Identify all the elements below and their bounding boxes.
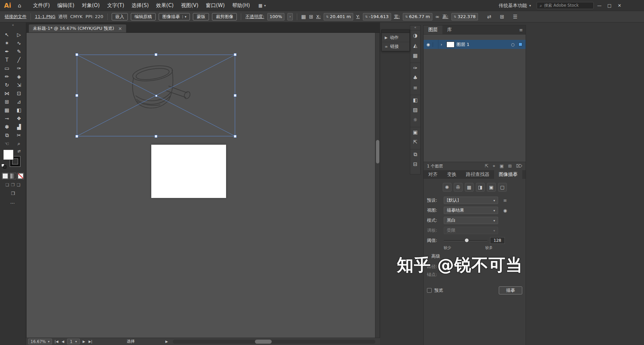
transparency-icon[interactable]: ▨	[410, 105, 420, 115]
draw-inside-icon[interactable]: ❑	[17, 183, 20, 187]
shaper-tool[interactable]: ✏	[2, 72, 12, 81]
selection-handle[interactable]	[75, 135, 78, 138]
selection-tool[interactable]: ↖	[2, 30, 12, 39]
x-field[interactable]: ⇅ 20.401 m	[324, 13, 353, 20]
swap-fill-stroke-icon[interactable]: ⇄	[17, 149, 20, 153]
collect-export-icon[interactable]: ⇱	[485, 163, 488, 169]
target-circle-icon[interactable]: ○	[511, 42, 515, 47]
tab-libraries[interactable]: 库	[442, 25, 457, 34]
width-tool[interactable]: ⋈	[2, 89, 12, 97]
preset-auto-color-icon[interactable]: ❋	[443, 183, 451, 192]
eraser-tool[interactable]: ◈	[14, 72, 24, 81]
canvas[interactable]	[26, 32, 380, 338]
gradient-icon[interactable]: ◧	[410, 95, 420, 105]
magic-wand-tool[interactable]: ✶	[2, 39, 12, 47]
stepper-icon[interactable]: ⇅	[365, 15, 368, 18]
crop-image-button[interactable]: 裁剪图像	[212, 13, 237, 20]
preset-select[interactable]: [默认] ▾	[444, 197, 498, 204]
new-layer-icon[interactable]: ⊞	[508, 163, 512, 169]
slider-knob[interactable]	[465, 238, 469, 243]
appearance-icon[interactable]: ☼	[410, 115, 420, 125]
tab-image-trace[interactable]: 图像描摹	[494, 170, 522, 179]
menu-object[interactable]: 对象(O)	[78, 2, 104, 9]
vertical-scrollbar[interactable]	[375, 33, 380, 338]
preset-grayscale-icon[interactable]: ◨	[476, 183, 485, 192]
perspective-grid-tool[interactable]: ⊿	[14, 97, 24, 106]
default-fill-stroke-icon[interactable]	[1, 164, 7, 169]
linked-file-label[interactable]: 链接的文件	[5, 14, 26, 20]
tab-pathfinder[interactable]: 路径查找器	[461, 170, 494, 179]
preview-checkbox[interactable]	[427, 288, 432, 293]
mode-select[interactable]: 黑白 ▾	[444, 217, 498, 224]
selection-handle[interactable]	[234, 53, 236, 56]
line-segment-tool[interactable]: ╱	[14, 56, 24, 64]
column-graph-tool[interactable]: ▟	[14, 123, 24, 131]
menu-select[interactable]: 选择(S)	[128, 2, 152, 9]
color-guide-icon[interactable]: ◭	[410, 41, 420, 51]
expand-layer-icon[interactable]: ›	[438, 42, 444, 47]
horizontal-scrollbar[interactable]	[173, 340, 375, 344]
expand-panels-icon[interactable]: «	[410, 25, 420, 30]
advanced-disclosure[interactable]: ▸ 高级	[424, 254, 526, 259]
selection-bounding-box[interactable]	[77, 55, 235, 136]
none-button[interactable]	[18, 173, 23, 179]
first-artboard-button[interactable]: |◀	[54, 340, 59, 343]
mask-button[interactable]: 蒙版	[193, 13, 209, 20]
tab-transform[interactable]: 变换	[442, 170, 461, 179]
home-icon[interactable]: ⌂	[18, 2, 21, 9]
chevron-down-icon[interactable]: ▾	[182, 15, 186, 18]
threshold-value-field[interactable]: 128	[490, 237, 505, 244]
horizontal-scrollbar-thumb[interactable]	[255, 340, 272, 344]
edit-original-button[interactable]: 编辑原稿	[131, 13, 156, 20]
paintbrush-tool[interactable]: ✑	[14, 64, 24, 72]
selection-handle[interactable]	[234, 135, 236, 138]
preset-low-color-icon[interactable]: ▦	[465, 183, 474, 192]
selection-handle[interactable]	[155, 53, 157, 56]
close-button[interactable]: ✕	[614, 0, 625, 11]
artboard-tool[interactable]: ⧉	[2, 131, 12, 139]
maximize-button[interactable]: □	[604, 0, 614, 11]
rectangle-tool[interactable]: ▭	[2, 64, 12, 72]
selection-handle[interactable]	[75, 94, 78, 97]
more-options-icon[interactable]: ☰	[513, 14, 517, 20]
fill-color-swatch[interactable]	[3, 150, 13, 160]
tab-align[interactable]: 对齐	[424, 170, 442, 179]
shape-builder-tool[interactable]: ⊞	[2, 97, 12, 106]
lock-toggle-cell[interactable]	[433, 40, 438, 49]
libraries-icon[interactable]: ⊟	[410, 159, 420, 169]
menu-help[interactable]: 帮助(H)	[228, 2, 254, 9]
menu-type[interactable]: 文字(T)	[103, 2, 128, 9]
arrange-documents-button[interactable]: ▦ ▾	[258, 3, 266, 8]
selection-handle[interactable]	[75, 53, 78, 56]
visibility-eye-icon[interactable]: ◉	[424, 42, 433, 47]
stepper-icon[interactable]: ⇅	[405, 15, 408, 18]
graphic-styles-icon[interactable]: ▣	[410, 127, 420, 137]
lasso-tool[interactable]: ∿	[14, 39, 24, 47]
actions-panel-button[interactable]: ▶ 动作	[382, 33, 410, 42]
rotate-tool[interactable]: ↻	[2, 81, 12, 89]
view-eye-icon[interactable]: ◉	[500, 208, 510, 213]
panel-drag-bar[interactable]	[382, 30, 410, 33]
draw-behind-icon[interactable]: ❐	[11, 183, 15, 187]
opacity-field[interactable]: 100%	[267, 13, 284, 20]
layer-row[interactable]: ◉ › 图层 1 ○	[424, 40, 526, 49]
pen-tool[interactable]: ✒	[2, 47, 12, 56]
last-artboard-button[interactable]: ▶|	[88, 340, 93, 343]
eyedropper-tool[interactable]: ⊸	[2, 114, 12, 123]
height-field[interactable]: ⇅ 322.378	[451, 13, 478, 20]
delete-layer-icon[interactable]: ⌦	[516, 163, 522, 169]
symbol-sprayer-tool[interactable]: ✽	[2, 123, 12, 131]
selection-color-indicator[interactable]	[519, 43, 522, 46]
panel-menu-icon[interactable]: ≡	[519, 25, 523, 34]
menu-view[interactable]: 视图(V)	[177, 2, 202, 9]
brushes-icon[interactable]: ✑	[410, 63, 420, 73]
illustrator-logo[interactable]: Ai	[4, 2, 11, 9]
vertical-scrollbar-thumb[interactable]	[376, 140, 379, 163]
document-tab[interactable]: 未标题-1* @ 16.67% (CMYK/GPU 预览) ×	[29, 24, 126, 32]
y-field[interactable]: ⇅ -194.613	[363, 13, 391, 20]
zoom-level-select[interactable]: 16.67% ▾	[28, 339, 52, 344]
curvature-tool[interactable]: ✎	[14, 47, 24, 56]
selection-center-point[interactable]	[155, 95, 157, 97]
menu-file[interactable]: 文件(F)	[29, 2, 53, 9]
stepper-icon[interactable]: ⇅	[454, 15, 457, 18]
